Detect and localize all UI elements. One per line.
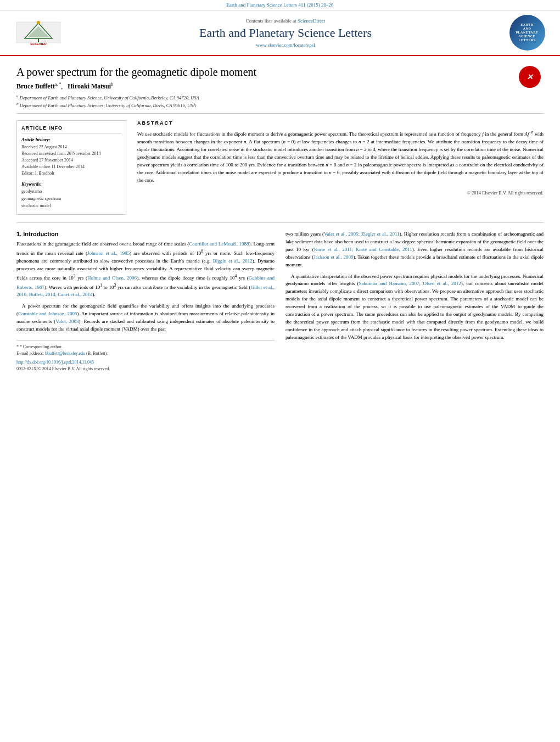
ref-biggin-2012[interactable]: Biggin et al., 2012: [213, 258, 253, 264]
email-note: E-mail address: bbuffett@berkeley.edu (B…: [16, 350, 275, 357]
journal-citation-bar: Earth and Planetary Science Letters 411 …: [0, 0, 560, 10]
author-1-name: Bruce Buffett: [16, 82, 55, 90]
article-history-label: Article history:: [21, 137, 121, 142]
para-3: two million years (Valet et al., 2005; Z…: [285, 231, 544, 269]
doi-line: http://dx.doi.org/10.1016/j.epsl.2014.11…: [16, 359, 275, 366]
journal-citation: Earth and Planetary Science Letters 411 …: [227, 2, 334, 8]
crossmark-badge[interactable]: ✕: [519, 66, 544, 91]
ref-korte-2011[interactable]: Korte et al., 2011; Korte and Constable,…: [314, 247, 412, 252]
author-2-name: Hiroaki Matsui: [68, 82, 111, 90]
abstract-text: We use stochastic models for fluctuation…: [137, 129, 544, 185]
ref-gillet-2010[interactable]: Gillet et al., 2010; Buffett, 2014; Cane…: [16, 284, 275, 298]
section-divider: [16, 222, 544, 223]
keyword-1: geodynamo: [21, 188, 121, 196]
main-right-col: two million years (Valet et al., 2005; Z…: [285, 231, 544, 372]
abstract-section: ABSTRACT We use stochastic models for fl…: [137, 120, 544, 214]
para-1: Fluctuations in the geomagnetic field ar…: [16, 241, 275, 299]
article-info-box: ARTICLE INFO Article history: Received 2…: [16, 120, 126, 214]
journal-center: Contents lists available at ScienceDirec…: [71, 18, 500, 48]
sciencedirect-link[interactable]: ScienceDirect: [298, 18, 325, 24]
ref-johnson-1995[interactable]: Johnson et al., 1995: [87, 250, 130, 256]
revised-date: Received in revised form 26 November 201…: [21, 150, 121, 157]
ref-constable-2005[interactable]: Constable and Johnson, 2005: [18, 311, 77, 316]
affiliation-a: a Department of Earth and Planetary Scie…: [16, 94, 256, 102]
ref-jackson-2000[interactable]: Jackson et al., 2000: [313, 254, 353, 260]
journal-logo-right: EARTHANDPLANETARYSCIENCELETTERS: [505, 15, 549, 51]
editor-line: Editor: J. Brodholt: [21, 170, 121, 177]
para-4: A quantitative interpretation of the obs…: [285, 273, 544, 342]
ref-valet-2005[interactable]: Valet et al., 2005; Ziegler et al., 2011: [324, 231, 400, 237]
crossmark-icon: ✕: [519, 66, 541, 88]
received-date: Received 22 August 2014: [21, 144, 121, 150]
info-abstract-section: ARTICLE INFO Article history: Received 2…: [16, 120, 544, 214]
journal-header: ELSEVIER Contents lists available at Sci…: [0, 10, 560, 56]
authors-line: Bruce Buffetta, *, Hiroaki Matsuib: [16, 82, 256, 91]
abstract-title: ABSTRACT: [137, 120, 544, 126]
section-1-body: Fluctuations in the geomagnetic field ar…: [16, 241, 275, 333]
article-title: A power spectrum for the geomagnetic dip…: [16, 66, 256, 79]
elsevier-logo: ELSEVIER: [11, 19, 66, 47]
article-title-section: A power spectrum for the geomagnetic dip…: [16, 56, 544, 114]
main-left-col: 1. Introduction Fluctuations in the geom…: [16, 231, 275, 372]
journal-logo-circle: EARTHANDPLANETARYSCIENCELETTERS: [509, 15, 545, 51]
keyword-2: geomagnetic spectrum: [21, 196, 121, 203]
section-1-heading: 1. Introduction: [16, 231, 275, 237]
elsevier-logo-image: ELSEVIER: [14, 19, 63, 47]
main-content: 1. Introduction Fluctuations in the geom…: [16, 231, 544, 372]
ref-holme-2006[interactable]: Holme and Olsen, 2006: [87, 275, 137, 281]
email-link[interactable]: bbuffett@berkeley.edu: [45, 351, 85, 356]
corresponding-author-note: * * Corresponding author.: [16, 344, 275, 350]
affiliation-b: b Department of Earth and Planetary Scie…: [16, 102, 256, 109]
article-title-block: A power spectrum for the geomagnetic dip…: [16, 66, 256, 109]
issn-line: 0012-821X/© 2014 Elsevier B.V. All right…: [16, 366, 275, 372]
article-info-title: ARTICLE INFO: [21, 125, 121, 133]
contents-line: Contents lists available at ScienceDirec…: [71, 18, 500, 24]
section-1-right-body: two million years (Valet et al., 2005; Z…: [285, 231, 544, 342]
svg-point-4: [37, 21, 40, 24]
journal-title: Earth and Planetary Science Letters: [71, 26, 500, 40]
para-2: A power spectrum for the geomagnetic fie…: [16, 303, 275, 333]
ref-courtillot-1988[interactable]: Courtillot and LeMouël, 1988: [189, 241, 249, 247]
journal-url[interactable]: www.elsevier.com/locate/epsl: [71, 42, 500, 48]
keywords-section: Keywords: geodynamo geomagnetic spectrum…: [21, 181, 121, 209]
doi-link[interactable]: http://dx.doi.org/10.1016/j.epsl.2014.11…: [16, 360, 94, 365]
keywords-label: Keywords:: [21, 181, 121, 187]
keyword-3: stochastic model: [21, 203, 121, 210]
available-date: Available online 11 December 2014: [21, 164, 121, 170]
accepted-date: Accepted 27 November 2014: [21, 157, 121, 164]
ref-sakuraba-2007[interactable]: Sakuraba and Hamano, 2007; Olsen et al.,…: [359, 281, 461, 286]
copyright-line: © 2014 Elsevier B.V. All rights reserved…: [137, 190, 544, 196]
svg-text:ELSEVIER: ELSEVIER: [30, 42, 47, 46]
affiliations: a Department of Earth and Planetary Scie…: [16, 94, 256, 109]
ref-valet-2003[interactable]: Valet, 2003: [55, 319, 79, 324]
footer-section: * * Corresponding author. E-mail address…: [16, 340, 275, 372]
article-body: A power spectrum for the geomagnetic dip…: [0, 56, 560, 372]
journal-logo-text: EARTHANDPLANETARYSCIENCELETTERS: [516, 23, 538, 43]
